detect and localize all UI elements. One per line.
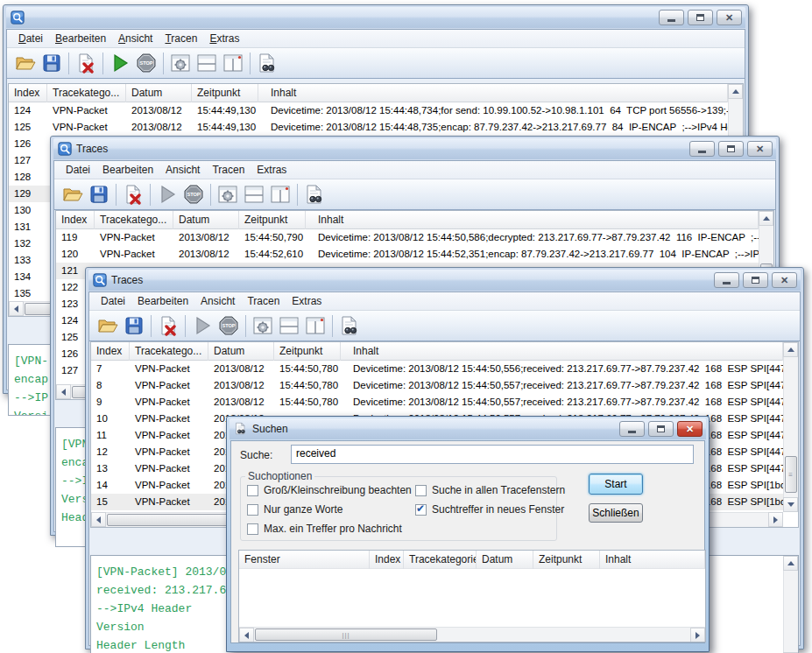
- scroll-left-button[interactable]: [91, 512, 106, 527]
- close-button[interactable]: ✕: [677, 421, 703, 437]
- menu-item-tracen[interactable]: Tracen: [159, 31, 203, 46]
- scroll-up-button[interactable]: [783, 556, 798, 571]
- checkbox[interactable]: [247, 485, 258, 496]
- minimize-button[interactable]: [689, 141, 715, 157]
- minimize-button[interactable]: [714, 272, 739, 288]
- table-row[interactable]: 119VPN-Packet2013/08/1215:44:50,790Devic…: [56, 229, 759, 246]
- result-column-index[interactable]: Index: [370, 551, 404, 569]
- menu-item-extras[interactable]: Extras: [251, 162, 293, 178]
- table-row[interactable]: 124VPN-Packet2013/08/1215:44:49,130Devic…: [9, 102, 728, 119]
- checkbox-checked[interactable]: [415, 504, 427, 516]
- menu-item-bearbeiten[interactable]: Bearbeiten: [131, 293, 194, 309]
- scroll-up-button[interactable]: [783, 342, 798, 357]
- column-header-datum[interactable]: Datum: [173, 211, 239, 229]
- column-header-zeitpunkt[interactable]: Zeitpunkt: [239, 211, 306, 229]
- column-header-index[interactable]: Index: [91, 342, 130, 361]
- menu-item-ansicht[interactable]: Ansicht: [112, 31, 159, 46]
- results-horizontal-scrollbar[interactable]: |||: [239, 627, 705, 642]
- toolbar-save-icon[interactable]: [121, 313, 147, 339]
- toolbar-search-icon[interactable]: [254, 51, 280, 76]
- maximize-button[interactable]: [718, 141, 744, 157]
- maximize-button[interactable]: [688, 10, 713, 25]
- column-header-zeitpunkt[interactable]: Zeitpunkt: [192, 84, 258, 102]
- scroll-up-button[interactable]: [759, 211, 773, 226]
- toolbar-save-icon[interactable]: [39, 51, 65, 76]
- menu-item-tracen[interactable]: Tracen: [206, 162, 251, 178]
- column-header-zeitpunkt[interactable]: Zeitpunkt: [274, 342, 341, 361]
- toolbar-search-icon[interactable]: [301, 182, 328, 207]
- result-column-fenster[interactable]: Fenster: [239, 551, 370, 569]
- toolbar-start-trace-icon[interactable]: [189, 313, 215, 339]
- menu-item-bearbeiten[interactable]: Bearbeiten: [49, 31, 112, 46]
- checkbox[interactable]: [247, 504, 258, 516]
- toolbar-start-trace-icon[interactable]: [107, 51, 133, 76]
- menu-item-extras[interactable]: Extras: [203, 31, 245, 46]
- menu-item-tracen[interactable]: Tracen: [241, 293, 286, 309]
- search-input[interactable]: received: [291, 445, 694, 464]
- vertical-scrollbar[interactable]: ≡: [783, 342, 798, 512]
- toolbar-trace-settings-icon[interactable]: [215, 182, 241, 207]
- menu-item-datei[interactable]: Datei: [95, 293, 131, 309]
- scroll-left-button[interactable]: [239, 628, 254, 642]
- dialog-title-bar[interactable]: Suchen ✕: [229, 418, 706, 439]
- search-dialog[interactable]: Suchen ✕ Suche: received Suchoptionen Gr…: [226, 416, 710, 652]
- table-row[interactable]: 7VPN-Packet2013/08/1215:44:50,780Devicet…: [91, 361, 783, 377]
- title-bar[interactable]: Traces✕: [53, 138, 776, 159]
- menu-item-bearbeiten[interactable]: Bearbeiten: [96, 162, 159, 178]
- close-button[interactable]: ✕: [747, 141, 773, 157]
- column-header-datum[interactable]: Datum: [126, 84, 192, 102]
- scroll-right-button[interactable]: [690, 628, 705, 642]
- scrollbar-thumb[interactable]: ≡: [785, 456, 797, 493]
- close-button[interactable]: ✕: [772, 272, 797, 288]
- column-header-tracekatego[interactable]: Tracekatego...: [47, 84, 126, 102]
- column-header-tracekatego[interactable]: Tracekatego...: [95, 211, 173, 229]
- toolbar-trace-settings-icon[interactable]: [250, 313, 276, 339]
- scroll-left-button[interactable]: [56, 384, 71, 399]
- toolbar-clear-trace-icon[interactable]: [155, 313, 181, 339]
- result-column-datum[interactable]: Datum: [477, 551, 533, 569]
- column-header-inhalt[interactable]: Inhalt: [306, 211, 759, 229]
- toolbar-split-horizontal-icon[interactable]: [241, 182, 267, 207]
- minimize-button[interactable]: [619, 421, 645, 437]
- toolbar-search-icon[interactable]: [336, 313, 363, 339]
- title-bar[interactable]: ✕: [6, 7, 745, 28]
- toolbar-open-file-icon[interactable]: [12, 51, 39, 76]
- checkbox[interactable]: [247, 523, 258, 535]
- toolbar-stop-trace-icon[interactable]: STOP: [215, 313, 242, 339]
- column-header-index[interactable]: Index: [9, 84, 47, 102]
- start-button[interactable]: Start: [589, 474, 643, 495]
- toolbar-split-vertical-icon[interactable]: [220, 51, 246, 76]
- checkbox[interactable]: [415, 485, 427, 496]
- result-column-tracekategorie[interactable]: Tracekategorie: [404, 551, 477, 569]
- menu-item-ansicht[interactable]: Ansicht: [159, 162, 206, 178]
- toolbar-split-vertical-icon[interactable]: [267, 182, 293, 207]
- column-header-inhalt[interactable]: Inhalt: [258, 84, 728, 102]
- minimize-button[interactable]: [659, 10, 684, 25]
- maximize-button[interactable]: [648, 421, 674, 437]
- menu-item-datei[interactable]: Datei: [60, 162, 96, 178]
- menu-item-ansicht[interactable]: Ansicht: [194, 293, 241, 309]
- close-button[interactable]: ✕: [717, 10, 742, 25]
- table-row[interactable]: 9VPN-Packet2013/08/1215:44:50,780Devicet…: [91, 394, 783, 411]
- table-row[interactable]: 8VPN-Packet2013/08/1215:44:50,780Devicet…: [91, 377, 783, 394]
- maximize-button[interactable]: [743, 272, 768, 288]
- close-dialog-button[interactable]: Schließen: [589, 503, 643, 523]
- toolbar-open-file-icon[interactable]: [60, 182, 86, 207]
- toolbar-split-horizontal-icon[interactable]: [194, 51, 220, 76]
- table-row[interactable]: 125VPN-Packet2013/08/1215:44:49,130Devic…: [9, 119, 728, 136]
- scroll-down-button[interactable]: [783, 497, 798, 512]
- scroll-up-button[interactable]: [728, 84, 743, 99]
- toolbar-save-icon[interactable]: [86, 182, 112, 207]
- menu-item-datei[interactable]: Datei: [12, 31, 49, 46]
- toolbar-split-horizontal-icon[interactable]: [276, 313, 302, 339]
- column-header-datum[interactable]: Datum: [208, 342, 274, 361]
- result-column-inhalt[interactable]: Inhalt: [600, 551, 705, 569]
- toolbar-stop-trace-icon[interactable]: STOP: [180, 182, 207, 207]
- toolbar-clear-trace-icon[interactable]: [73, 51, 99, 76]
- title-bar[interactable]: Traces✕: [88, 270, 801, 291]
- detail-vertical-scrollbar[interactable]: [783, 556, 798, 653]
- toolbar-trace-settings-icon[interactable]: [167, 51, 194, 76]
- column-header-index[interactable]: Index: [56, 211, 95, 229]
- scroll-left-button[interactable]: [9, 301, 24, 316]
- column-header-inhalt[interactable]: Inhalt: [341, 342, 783, 361]
